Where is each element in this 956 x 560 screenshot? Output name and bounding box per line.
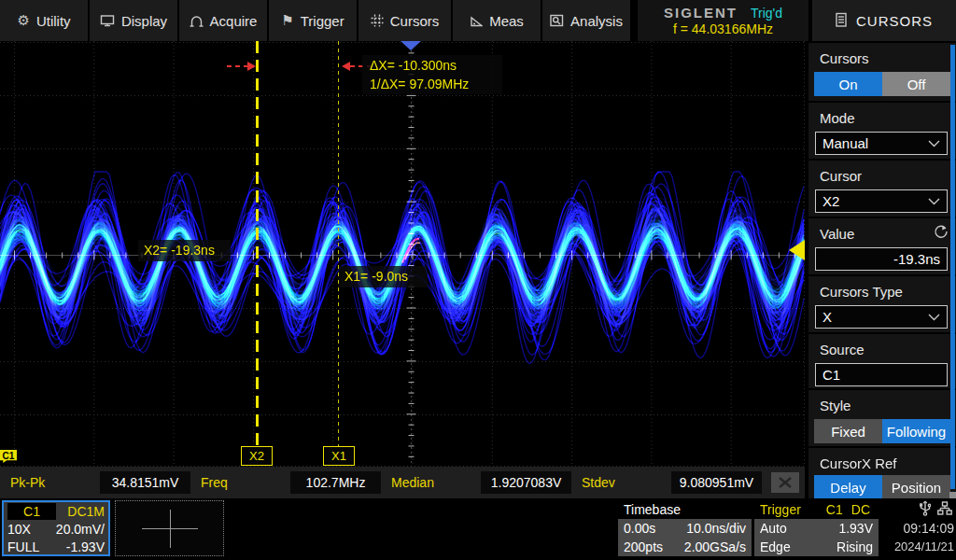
menu-display[interactable]: Display <box>90 0 177 41</box>
timebase-scale: 10.0ns/div <box>686 521 746 536</box>
timebase-descriptor[interactable]: Timebase 0.00s 10.0ns/div 200pts 2.00GSa… <box>618 500 752 556</box>
meas-stdev-value: 9.080951mV <box>671 471 762 494</box>
trigger-label: Trigger <box>760 502 801 517</box>
cursor-dropdown[interactable]: X2 <box>815 189 948 213</box>
network-icon <box>937 501 952 518</box>
panel-scrollbar[interactable] <box>950 45 955 489</box>
trigger-type: Edge <box>760 539 791 554</box>
panel-scrollbar-handle[interactable] <box>949 492 956 498</box>
cursors-type-dropdown[interactable]: X <box>815 305 948 329</box>
brand-logo: SIGLENT <box>664 5 738 21</box>
meas-freq-label: Freq <box>190 475 290 490</box>
cursor-x1-readout: X1= -9.0ns <box>339 266 428 287</box>
style-fixed-button[interactable]: Fixed <box>814 419 882 443</box>
cursorx-ref-position-button[interactable]: Position <box>882 475 950 499</box>
panel-title: CURSORS <box>856 13 933 29</box>
gear-icon: ⚙ <box>17 12 29 29</box>
oscilloscope-screen: ⚙ Utility Display Acquire ⚑ Trigger Curs… <box>0 0 956 560</box>
channel-slot-placeholder[interactable] <box>115 500 224 556</box>
meas-stdev-label: Stdev <box>571 475 671 490</box>
timebase-points: 200pts <box>624 539 663 554</box>
cursor-x2-flag[interactable]: X2 <box>241 446 273 466</box>
style-following-button[interactable]: Following <box>882 419 950 443</box>
cursor-x1-flag[interactable]: X1 <box>323 446 355 466</box>
cursors-type-label: Cursors Type <box>820 284 903 300</box>
delta-x-value: ΔX= -10.300ns <box>370 56 502 75</box>
cursorx-ref-label: CursorX Ref <box>820 455 897 471</box>
cursor-x2-line[interactable] <box>256 41 259 446</box>
section-mode: Mode Manual <box>808 101 956 159</box>
section-value: Value -19.3ns <box>808 217 956 274</box>
menu-analysis-label: Analysis <box>570 13 623 29</box>
meas-freq-value: 102.7MHz <box>290 471 381 494</box>
mode-dropdown[interactable]: Manual <box>815 132 948 155</box>
display-icon <box>100 14 115 27</box>
channel1-scale: 20.0mV/ <box>56 522 105 537</box>
cursor-value: X2 <box>822 193 839 209</box>
mode-label: Mode <box>820 110 855 126</box>
trigger-slope: Rising <box>836 539 873 554</box>
channel1-offset: -1.93V <box>66 539 105 554</box>
cursors-type-value: X <box>822 309 832 325</box>
menu-meas[interactable]: Meas <box>453 0 541 41</box>
chevron-down-icon <box>928 140 940 147</box>
clock-time: 09:14:09 <box>881 519 954 538</box>
menu-cursors-label: Cursors <box>390 13 440 29</box>
delta-arrow-left <box>227 62 256 71</box>
menu-trigger-label: Trigger <box>301 13 344 29</box>
waveform-display[interactable]: ΔX= -10.300ns 1/ΔX= 97.09MHz X2= -19.3ns… <box>0 41 805 467</box>
menu-acquire[interactable]: Acquire <box>179 0 267 41</box>
chevron-down-icon <box>928 314 940 321</box>
section-cursorx-ref: CursorX Ref Delay Position <box>808 446 956 498</box>
usb-icon <box>920 500 931 519</box>
trigger-level: 1.93V <box>838 521 873 536</box>
mode-value: Manual <box>822 135 868 151</box>
menu-cursors[interactable]: Cursors <box>358 0 451 41</box>
trigger-descriptor[interactable]: Trigger C1 DC Auto 1.93V Edge Rising <box>754 500 879 556</box>
cursorx-ref-delay-button[interactable]: Delay <box>814 475 882 499</box>
cursor-value-field[interactable]: -19.3ns <box>815 247 948 271</box>
meas-median-label: Median <box>381 475 481 490</box>
section-style: Style Fixed Following <box>808 388 956 446</box>
inv-delta-x-value: 1/ΔX= 97.09MHz <box>370 75 502 93</box>
close-icon <box>779 477 792 488</box>
cursors-grid-icon <box>371 14 384 27</box>
cursors-on-button[interactable]: On <box>814 72 882 96</box>
menu-trigger[interactable]: ⚑ Trigger <box>269 0 357 41</box>
clock-date: 2024/11/21 <box>881 538 954 556</box>
style-label: Style <box>820 398 851 413</box>
status-header: SIGLENT Trig'd f = 44.03166MHz <box>638 0 808 41</box>
section-source: Source C1 <box>808 332 956 388</box>
channel1-descriptor[interactable]: C1 DC1M 10X 20.0mV/ FULL -1.93V <box>2 500 110 556</box>
trigger-level-marker[interactable] <box>789 240 805 260</box>
trigger-mode: Auto <box>760 521 787 536</box>
measurement-close-button[interactable] <box>771 472 799 493</box>
cursors-off-button[interactable]: Off <box>882 72 950 96</box>
cursor-label: Cursor <box>820 168 862 184</box>
timebase-label: Timebase <box>624 502 681 517</box>
section-cursor: Cursor X2 <box>808 159 956 217</box>
value-label: Value <box>820 226 854 242</box>
meas-pkpk-label: Pk-Pk <box>0 475 100 490</box>
system-info: 09:14:09 2024/11/21 <box>881 500 954 556</box>
menu-acquire-label: Acquire <box>210 13 258 29</box>
status-bar: C1 DC1M 10X 20.0mV/ FULL -1.93V Timebase… <box>0 498 956 560</box>
waveform-canvas <box>0 41 805 467</box>
menu-utility[interactable]: ⚙ Utility <box>0 0 88 41</box>
trigger-position-marker[interactable] <box>401 41 421 50</box>
analysis-icon <box>550 14 564 27</box>
cursor-x1-line[interactable] <box>338 41 339 446</box>
cursors-label: Cursors <box>820 50 869 66</box>
delta-x-readout: ΔX= -10.300ns 1/ΔX= 97.09MHz <box>362 55 502 94</box>
source-label: Source <box>820 342 865 357</box>
trigger-status: Trig'd <box>751 6 782 21</box>
channel1-name: C1 <box>7 503 56 520</box>
trigger-frequency: f = 44.03166MHz <box>638 21 808 36</box>
meas-median-value: 1.9207083V <box>481 471 571 494</box>
section-cursors: Cursors On Off <box>808 41 956 101</box>
refresh-icon[interactable] <box>934 224 949 243</box>
menu-analysis[interactable]: Analysis <box>542 0 630 41</box>
trigger-source: C1 <box>823 502 846 518</box>
source-field[interactable]: C1 <box>815 363 948 386</box>
cursor-x2-readout: X2= -19.3ns <box>138 240 231 261</box>
